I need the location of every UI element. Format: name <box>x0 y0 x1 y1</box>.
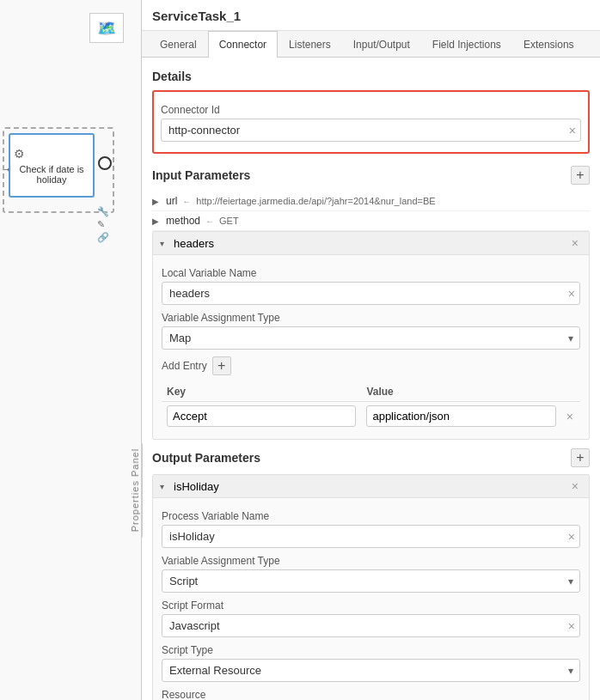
kv-row-accept: × <box>162 402 580 431</box>
local-var-name-label: Local Variable Name <box>162 267 580 279</box>
output-params-header: Output Parameters + <box>152 448 590 467</box>
method-expand-icon[interactable]: ▶ <box>152 216 162 226</box>
process-var-name-input[interactable] <box>162 525 580 548</box>
add-entry-label: Add Entry <box>162 360 207 372</box>
var-assignment-type-select[interactable]: Map String Expression <box>162 326 580 350</box>
output-section: Output Parameters + ▾ isHoliday × Proces… <box>152 448 590 700</box>
script-format-input[interactable] <box>162 614 580 637</box>
add-entry-btn[interactable]: + <box>212 356 231 375</box>
headers-param-name: headers <box>174 237 214 250</box>
isholiday-expanded-section: ▾ isHoliday × Process Variable Name × Va… <box>152 474 590 700</box>
local-var-name-input[interactable] <box>162 282 580 305</box>
gear-icon: ⚙ <box>14 147 25 161</box>
tabs-row: General Connector Listeners Input/Output… <box>142 31 600 58</box>
tab-input-output[interactable]: Input/Output <box>342 31 421 58</box>
script-type-label: Script Type <box>162 644 580 656</box>
headers-title-row: ▾ headers × <box>153 232 589 255</box>
add-output-param-button[interactable]: + <box>571 448 590 467</box>
local-var-name-row: × <box>162 282 580 305</box>
kv-key-header: Key <box>162 382 361 402</box>
headers-sub-section: Local Variable Name × Variable Assignmen… <box>153 255 589 439</box>
param-row-method: ▶ method ← GET <box>152 211 590 231</box>
connector-id-field-row: × <box>161 119 581 142</box>
kv-val-input-accept[interactable] <box>366 405 555 427</box>
add-input-param-button[interactable]: + <box>571 166 590 185</box>
output-params-title: Output Parameters <box>152 451 260 465</box>
script-type-wrapper: External Resource Inline Script <box>162 659 580 682</box>
connector-id-clear[interactable]: × <box>569 125 576 137</box>
isholiday-sub-section: Process Variable Name × Variable Assignm… <box>153 498 589 700</box>
diagram-area: 🗺️ → ⚙ Check if date is holiday 🔧 ✎ 🔗 Pr… <box>0 0 142 700</box>
service-task-node[interactable]: ⚙ Check if date is holiday <box>9 133 95 198</box>
headers-collapse-icon[interactable]: ▾ <box>160 239 170 248</box>
tab-extensions[interactable]: Extensions <box>512 31 585 58</box>
url-expand-icon[interactable]: ▶ <box>152 197 162 206</box>
kv-delete-accept[interactable]: × <box>566 410 573 423</box>
isholiday-title-row: ▾ isHoliday × <box>153 475 589 498</box>
script-type-select[interactable]: External Resource Inline Script <box>162 659 580 682</box>
map-icon[interactable]: 🗺️ <box>89 13 124 43</box>
diagram-canvas: 🗺️ → ⚙ Check if date is holiday 🔧 ✎ 🔗 Pr… <box>0 0 141 700</box>
param-row-url: ▶ url ← http://feiertage.jarmedia.de/api… <box>152 192 590 211</box>
var-assignment-type-wrapper: Map String Expression <box>162 326 580 350</box>
output-var-assignment-type-select[interactable]: Script String Expression Map List <box>162 569 580 593</box>
kv-delete-cell: × <box>561 402 580 431</box>
connector-id-label: Connector Id <box>161 104 581 116</box>
tab-connector[interactable]: Connector <box>208 31 278 58</box>
wrench-icon[interactable]: 🔧 <box>97 206 109 217</box>
kv-key-cell <box>162 402 361 431</box>
url-param-value: http://feiertage.jarmedia.de/api/?jahr=2… <box>196 196 590 206</box>
details-section-title: Details <box>152 70 590 83</box>
end-event[interactable] <box>98 156 112 170</box>
kv-action-header <box>561 382 580 402</box>
isholiday-delete-btn[interactable]: × <box>568 479 582 493</box>
tab-listeners[interactable]: Listeners <box>278 31 342 58</box>
kv-table: Key Value <box>162 382 580 430</box>
edit-icon[interactable]: ✎ <box>97 219 109 230</box>
kv-value-header: Value <box>361 382 560 402</box>
url-param-name: url <box>166 195 177 207</box>
var-assignment-type-label: Variable Assignment Type <box>162 312 580 324</box>
tools-row: 🔧 ✎ 🔗 <box>97 206 109 243</box>
process-var-name-clear[interactable]: × <box>568 531 575 543</box>
isholiday-param-name: isHoliday <box>174 480 219 493</box>
connector-id-box: Connector Id × <box>152 90 590 154</box>
method-param-name: method <box>166 215 200 227</box>
properties-panel: ServiceTask_1 General Connector Listener… <box>142 0 600 700</box>
link-icon[interactable]: 🔗 <box>97 232 109 243</box>
input-params-title: Input Parameters <box>152 168 250 182</box>
kv-value-cell <box>361 402 560 431</box>
headers-delete-btn[interactable]: × <box>568 236 582 250</box>
panel-content: Details Connector Id × Input Parameters … <box>142 58 600 700</box>
script-format-row: × <box>162 614 580 637</box>
input-params-header: Input Parameters + <box>152 166 590 185</box>
properties-panel-label: Properties Panel <box>128 443 143 537</box>
add-entry-row: Add Entry + <box>162 356 580 375</box>
url-separator: ← <box>182 197 191 206</box>
service-task-label: Check if date is holiday <box>10 164 93 185</box>
tab-general[interactable]: General <box>149 31 208 58</box>
kv-key-input-accept[interactable] <box>167 405 356 427</box>
script-format-label: Script Format <box>162 600 580 612</box>
resource-label: Resource <box>162 689 580 700</box>
method-param-value: GET <box>219 216 590 226</box>
tab-field-injections[interactable]: Field Injections <box>421 31 512 58</box>
output-var-assignment-type-label: Variable Assignment Type <box>162 555 580 567</box>
method-separator: ← <box>205 216 214 226</box>
isholiday-collapse-icon[interactable]: ▾ <box>160 482 170 491</box>
local-var-name-clear[interactable]: × <box>568 288 575 300</box>
headers-expanded-section: ▾ headers × Local Variable Name × Variab… <box>152 231 590 440</box>
process-var-name-label: Process Variable Name <box>162 510 580 522</box>
script-format-clear[interactable]: × <box>568 620 575 632</box>
output-var-assignment-type-wrapper: Script String Expression Map List <box>162 569 580 593</box>
process-var-name-row: × <box>162 525 580 548</box>
panel-title: ServiceTask_1 <box>142 0 600 31</box>
connector-id-input[interactable] <box>161 119 581 142</box>
